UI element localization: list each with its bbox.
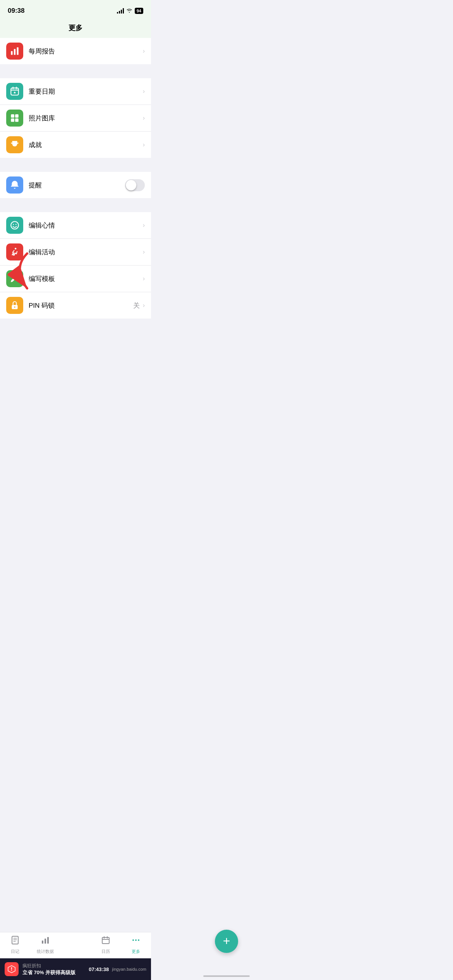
edit-mood-label: 编辑心情: [29, 221, 143, 230]
achievements-label: 成就: [29, 140, 143, 149]
photo-gallery-label: 照片图库: [29, 114, 143, 123]
svg-rect-8: [15, 114, 19, 118]
grid-icon: [10, 113, 20, 123]
reminder-icon-bg: [6, 176, 23, 194]
chevron-right-icon: ›: [143, 275, 145, 282]
wifi-icon: [126, 8, 132, 14]
list-item-pin-lock[interactable]: PIN 码锁 关 ›: [0, 292, 151, 319]
bell-icon: [10, 180, 20, 190]
list-item-edit-activity[interactable]: 编辑活动 ›: [0, 239, 151, 266]
edit-activity-label: 编辑活动: [29, 248, 143, 257]
list-item-write-template[interactable]: 编写模板 ›: [0, 266, 151, 292]
section-weekly-report: 每周报告 ›: [0, 38, 151, 64]
smiley-icon: [10, 220, 20, 230]
status-bar: 09:38 94: [0, 0, 151, 19]
page-title: 更多: [69, 24, 82, 32]
edit-activity-right: ›: [143, 248, 145, 255]
achievements-icon-bg: [6, 136, 23, 153]
list-item-important-dates[interactable]: 重要日期 ›: [0, 78, 151, 105]
section-2: 重要日期 › 照片图库 › 成就: [0, 78, 151, 158]
write-template-right: ›: [143, 275, 145, 282]
chevron-right-icon: ›: [143, 115, 145, 122]
status-time: 09:38: [8, 7, 24, 15]
svg-rect-1: [14, 49, 15, 55]
battery-icon: 94: [135, 8, 143, 14]
svg-rect-2: [17, 47, 18, 55]
chevron-right-icon: ›: [143, 48, 145, 55]
write-template-icon-bg: [6, 270, 23, 287]
section-reminder: 提醒: [0, 172, 151, 198]
toggle-thumb: [126, 180, 136, 190]
weekly-report-right: ›: [143, 48, 145, 55]
weekly-report-icon-bg: [6, 43, 23, 60]
list-item-achievements[interactable]: 成就 ›: [0, 132, 151, 158]
pin-lock-value: 关: [133, 301, 140, 310]
important-dates-label: 重要日期: [29, 87, 143, 96]
trophy-icon: [10, 140, 20, 150]
section-divider-3: [0, 198, 151, 212]
svg-point-14: [15, 248, 16, 249]
list-item-weekly-report[interactable]: 每周报告 ›: [0, 38, 151, 64]
svg-point-13: [15, 224, 17, 225]
chevron-right-icon: ›: [143, 141, 145, 148]
calendar-star-icon: [10, 86, 20, 96]
chevron-right-icon: ›: [143, 248, 145, 255]
page-title-bar: 更多: [0, 19, 151, 38]
edit-mood-icon-bg: [6, 217, 23, 234]
section-divider-4: [0, 319, 151, 350]
section-divider-2: [0, 158, 151, 172]
photo-gallery-icon-bg: [6, 110, 23, 127]
svg-rect-10: [15, 118, 19, 122]
run-icon: [10, 247, 20, 257]
pin-lock-label: PIN 码锁: [29, 301, 133, 310]
reminder-toggle-container[interactable]: [125, 179, 145, 191]
edit-mood-right: ›: [143, 222, 145, 229]
reminder-toggle[interactable]: [125, 179, 145, 191]
pin-lock-icon-bg: [6, 297, 23, 314]
svg-rect-0: [11, 51, 12, 55]
reminder-label: 提醒: [29, 181, 125, 190]
svg-point-17: [14, 307, 15, 308]
important-dates-right: ›: [143, 88, 145, 95]
lock-icon: [10, 300, 20, 310]
pencil-icon: [10, 274, 20, 284]
status-icons: 94: [117, 8, 143, 14]
svg-point-11: [11, 221, 19, 229]
weekly-report-label: 每周报告: [29, 47, 143, 56]
section-divider-1: [0, 64, 151, 78]
chevron-right-icon: ›: [143, 222, 145, 229]
pin-lock-right: 关 ›: [133, 301, 145, 310]
signal-icon: [117, 8, 124, 14]
chevron-right-icon: ›: [143, 88, 145, 95]
list-item-photo-gallery[interactable]: 照片图库 ›: [0, 105, 151, 132]
list-item-reminder[interactable]: 提醒: [0, 172, 151, 198]
svg-rect-9: [11, 118, 14, 122]
bar-chart-icon: [10, 46, 20, 56]
write-template-label: 编写模板: [29, 274, 143, 283]
photo-gallery-right: ›: [143, 115, 145, 122]
list-item-edit-mood[interactable]: 编辑心情 ›: [0, 212, 151, 239]
important-dates-icon-bg: [6, 83, 23, 100]
svg-rect-7: [11, 114, 14, 118]
svg-point-12: [13, 224, 14, 225]
achievements-right: ›: [143, 141, 145, 148]
section-4: 编辑心情 › 编辑活动 › 编写模板 ›: [0, 212, 151, 319]
edit-activity-icon-bg: [6, 243, 23, 260]
chevron-right-icon: ›: [143, 302, 145, 309]
